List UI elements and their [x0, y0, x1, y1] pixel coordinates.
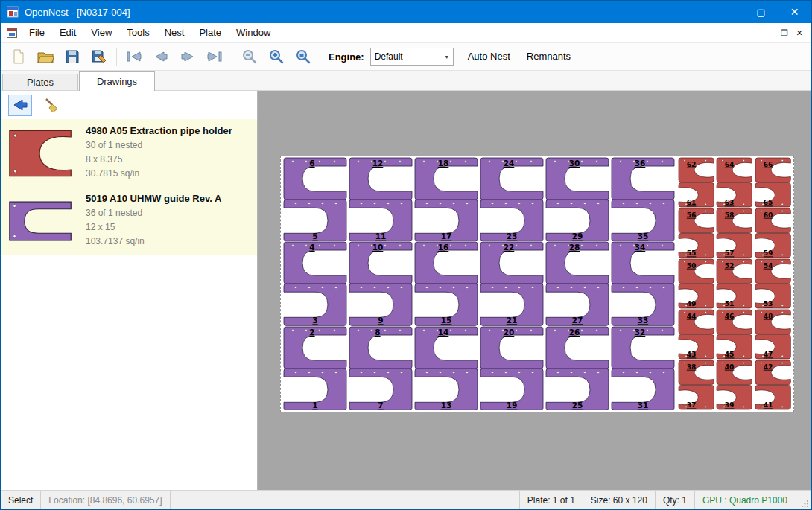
next-plate-button[interactable] — [174, 45, 201, 68]
send-to-plate-button[interactable] — [8, 95, 32, 116]
drawing-item-uhmw-guide[interactable]: 5019 A10 UHMW guide Rev. A 36 of 1 neste… — [1, 187, 257, 255]
nest-cell[interactable]: 58 57 — [715, 208, 753, 258]
tab-drawings[interactable]: Drawings — [79, 71, 155, 91]
nest-cell[interactable]: 34 33 — [610, 241, 676, 325]
maximize-icon: ▢ — [756, 7, 765, 18]
svg-text:19: 19 — [507, 401, 518, 409]
svg-text:53: 53 — [763, 300, 773, 307]
svg-text:46: 46 — [725, 313, 735, 320]
menu-item-window[interactable]: Window — [229, 23, 278, 42]
nest-cell[interactable]: 14 13 — [413, 326, 479, 410]
nest-cell[interactable]: 46 45 — [715, 309, 753, 360]
nav-first-icon — [125, 49, 143, 64]
window-maximize-button[interactable]: ▢ — [744, 1, 778, 23]
drawing-item-extraction-pipe-holder[interactable]: 4980 A05 Extraction pipe holder 30 of 1 … — [1, 119, 257, 187]
svg-text:30: 30 — [569, 159, 580, 168]
nest-cell[interactable]: 22 21 — [479, 241, 545, 325]
title-bar: OpenNest - [N0317-004] – ▢ ✕ — [1, 1, 811, 23]
save-button[interactable] — [59, 45, 86, 68]
menu-item-file[interactable]: File — [22, 23, 52, 42]
zoom-fit-button[interactable] — [290, 45, 317, 68]
nest-cell[interactable]: 48 47 — [754, 309, 792, 360]
first-plate-button[interactable] — [121, 45, 148, 68]
chevron-down-icon: ▼ — [441, 54, 453, 60]
nest-cell[interactable]: 64 63 — [715, 157, 753, 208]
nest-cell[interactable]: 6 5 — [282, 157, 348, 241]
nest-cell[interactable]: 28 27 — [545, 241, 610, 325]
nest-cell[interactable]: 32 31 — [610, 326, 676, 410]
drawing-size: 8 x 8.375 — [86, 153, 253, 167]
nest-cell[interactable]: 44 43 — [677, 309, 715, 360]
svg-text:41: 41 — [763, 401, 773, 409]
nest-cell[interactable]: 4 3 — [282, 241, 348, 325]
nest-cell[interactable]: 20 19 — [479, 326, 545, 410]
svg-text:9: 9 — [378, 316, 383, 325]
mdi-restore-button[interactable]: ❐ — [777, 25, 792, 40]
nest-cell[interactable]: 24 23 — [479, 157, 545, 241]
nest-cell[interactable]: 56 55 — [677, 208, 715, 258]
svg-text:55: 55 — [687, 249, 697, 257]
engine-select[interactable]: Default ▼ — [370, 48, 454, 66]
svg-text:20: 20 — [504, 328, 515, 337]
nest-cell[interactable]: 54 53 — [754, 258, 792, 309]
menu-item-edit[interactable]: Edit — [52, 23, 83, 42]
menu-item-tools[interactable]: Tools — [119, 23, 156, 42]
svg-text:39: 39 — [725, 401, 735, 409]
window-minimize-button[interactable]: – — [711, 1, 744, 23]
nest-cell[interactable]: 26 25 — [545, 326, 610, 410]
svg-text:4: 4 — [309, 243, 314, 252]
nest-cell[interactable]: 38 37 — [677, 360, 715, 410]
svg-text:6: 6 — [309, 159, 314, 168]
nest-cell[interactable]: 12 11 — [348, 157, 413, 241]
nest-cell[interactable]: 52 51 — [715, 258, 753, 309]
resize-grip[interactable] — [795, 491, 811, 509]
remnants-button[interactable]: Remnants — [518, 45, 579, 68]
nest-cell[interactable]: 8 7 — [348, 326, 413, 410]
nest-cell[interactable]: 16 15 — [413, 241, 479, 325]
svg-text:18: 18 — [438, 159, 449, 168]
window-close-button[interactable]: ✕ — [778, 1, 811, 23]
clear-drawings-button[interactable] — [39, 95, 63, 116]
new-button[interactable] — [5, 45, 32, 68]
menu-item-plate[interactable]: Plate — [191, 23, 229, 42]
svg-text:26: 26 — [569, 328, 580, 337]
new-document-icon — [10, 48, 27, 65]
svg-text:27: 27 — [572, 316, 583, 325]
menu-item-nest[interactable]: Nest — [157, 23, 192, 42]
drawing-nested-count: 30 of 1 nested — [86, 138, 253, 153]
svg-text:25: 25 — [572, 401, 583, 409]
svg-text:44: 44 — [687, 313, 697, 320]
nav-last-icon — [206, 49, 223, 64]
last-plate-button[interactable] — [201, 45, 228, 68]
tab-plates[interactable]: Plates — [2, 74, 78, 90]
svg-text:47: 47 — [763, 351, 773, 358]
zoom-out-button[interactable] — [236, 45, 263, 68]
engine-value: Default — [371, 51, 441, 62]
mdi-document-icon[interactable] — [7, 28, 17, 38]
auto-nest-button[interactable]: Auto Nest — [460, 45, 518, 68]
nest-cell[interactable]: 36 35 — [610, 157, 676, 241]
zoom-in-button[interactable] — [263, 45, 290, 68]
status-plate: Plate: 1 of 1 — [519, 491, 583, 509]
nest-canvas[interactable]: 6 5 12 11 18 17 24 23 — [258, 91, 811, 490]
save-as-button[interactable] — [86, 45, 112, 68]
nest-cell[interactable]: 40 39 — [715, 360, 753, 410]
menu-item-view[interactable]: View — [83, 23, 119, 42]
nest-cell[interactable]: 42 41 — [754, 360, 792, 410]
svg-text:5: 5 — [312, 232, 317, 240]
broom-icon — [42, 97, 60, 113]
prev-plate-button[interactable] — [148, 45, 174, 68]
nest-cell[interactable]: 62 61 — [677, 157, 715, 208]
nest-cell[interactable]: 66 65 — [754, 157, 792, 208]
nest-cell[interactable]: 2 1 — [282, 326, 348, 410]
open-button[interactable] — [32, 45, 59, 68]
nest-cell[interactable]: 18 17 — [413, 157, 479, 241]
nest-cell[interactable]: 50 49 — [677, 258, 715, 309]
svg-text:66: 66 — [763, 161, 773, 168]
mdi-close-button[interactable]: ✕ — [792, 25, 807, 40]
nest-cell[interactable]: 30 29 — [545, 157, 610, 241]
drawing-list: 4980 A05 Extraction pipe holder 30 of 1 … — [1, 119, 257, 255]
mdi-minimize-button[interactable]: – — [762, 25, 777, 40]
nest-cell[interactable]: 10 9 — [348, 241, 413, 325]
nest-cell[interactable]: 60 59 — [754, 208, 792, 258]
